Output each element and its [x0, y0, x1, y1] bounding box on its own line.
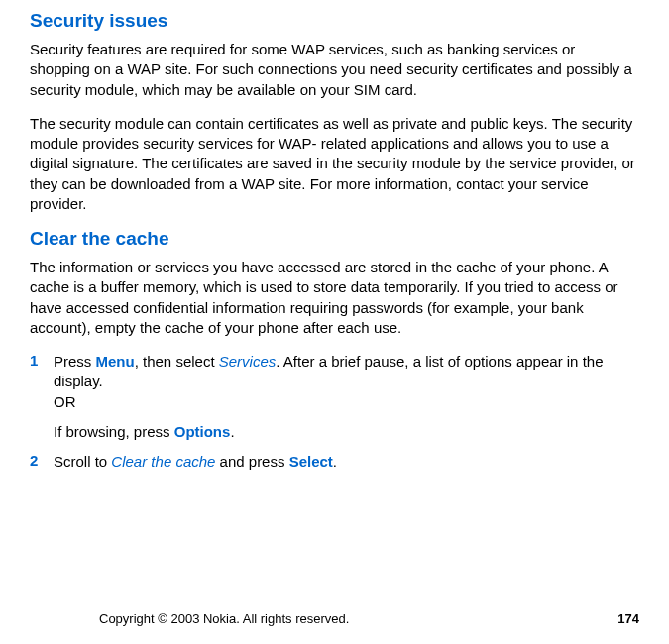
step-1-text-mid1: , then select [135, 353, 219, 370]
security-para-1: Security features are required for some … [30, 40, 639, 100]
options-label: Options [174, 423, 231, 440]
clear-cache-label: Clear the cache [111, 453, 215, 470]
step-1-text-pre: Press [54, 353, 96, 370]
step-number-2: 2 [30, 452, 54, 472]
step-number-1: 1 [30, 352, 54, 442]
step-list: 1 Press Menu, then select Services. Afte… [30, 352, 639, 472]
step-2: 2 Scroll to Clear the cache and press Se… [30, 452, 639, 472]
menu-label: Menu [96, 353, 135, 370]
step-1-browsing-pre: If browsing, press [54, 423, 174, 440]
step-2-text-pre: Scroll to [54, 453, 111, 470]
step-1-text-after: . [230, 423, 234, 440]
step-2-text-after: . [333, 453, 337, 470]
step-2-content: Scroll to Clear the cache and press Sele… [54, 452, 639, 472]
services-label: Services [219, 353, 277, 370]
select-label: Select [289, 453, 333, 470]
step-2-text-mid: and press [215, 453, 288, 470]
page-footer: Copyright © 2003 Nokia. All rights reser… [0, 611, 669, 626]
security-issues-heading: Security issues [30, 10, 639, 32]
copyright-text: Copyright © 2003 Nokia. All rights reser… [99, 611, 349, 626]
clear-cache-para-1: The information or services you have acc… [30, 258, 639, 338]
step-1: 1 Press Menu, then select Services. Afte… [30, 352, 639, 442]
step-1-or: OR [54, 393, 76, 410]
clear-cache-heading: Clear the cache [30, 228, 639, 250]
page-number: 174 [617, 611, 639, 626]
step-1-content: Press Menu, then select Services. After … [54, 352, 639, 442]
security-para-2: The security module can contain certific… [30, 114, 639, 214]
